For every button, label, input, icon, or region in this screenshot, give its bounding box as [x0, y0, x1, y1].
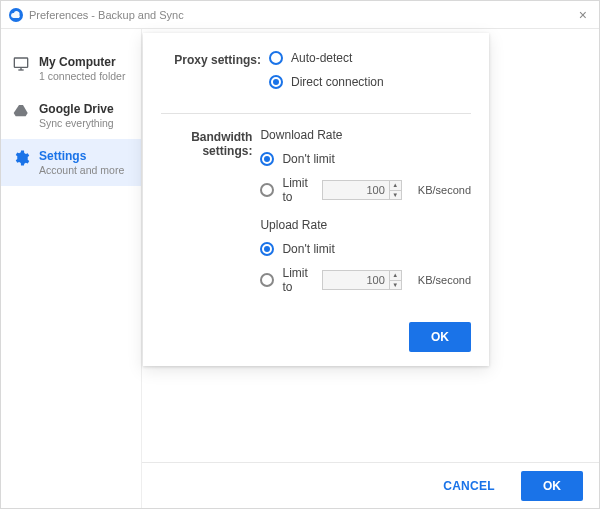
- spin-up-icon[interactable]: ▲: [390, 181, 401, 191]
- ok-button[interactable]: OK: [521, 471, 583, 501]
- bandwidth-section: Bandwidth settings: Download Rate Don't …: [161, 128, 471, 304]
- proxy-label: Proxy settings:: [161, 51, 269, 99]
- radio-icon[interactable]: [260, 152, 274, 166]
- radio-icon[interactable]: [260, 183, 274, 197]
- upload-limit-field[interactable]: [323, 271, 389, 289]
- network-settings-dialog: Proxy settings: Auto-detect Direct conne…: [143, 33, 489, 366]
- proxy-section: Proxy settings: Auto-detect Direct conne…: [161, 51, 471, 99]
- drive-icon: [11, 102, 31, 120]
- radio-icon[interactable]: [260, 242, 274, 256]
- option-label: Limit to: [282, 266, 307, 294]
- monitor-icon: [11, 55, 31, 73]
- divider: [161, 113, 471, 114]
- nav-subtitle: Account and more: [39, 164, 124, 176]
- upload-dont-limit-option[interactable]: Don't limit: [260, 242, 471, 256]
- proxy-auto-option[interactable]: Auto-detect: [269, 51, 471, 65]
- cancel-button[interactable]: CANCEL: [429, 471, 509, 501]
- nav-subtitle: Sync everything: [39, 117, 114, 129]
- main-footer: CANCEL OK: [142, 462, 599, 508]
- sidebar-item-google-drive[interactable]: Google Drive Sync everything: [1, 92, 141, 139]
- unit-label: KB/second: [418, 274, 471, 286]
- download-dont-limit-option[interactable]: Don't limit: [260, 152, 471, 166]
- option-label: Auto-detect: [291, 51, 352, 65]
- titlebar: Preferences - Backup and Sync ×: [1, 1, 599, 29]
- nav-title: My Computer: [39, 55, 125, 69]
- sidebar-item-settings[interactable]: Settings Account and more: [1, 139, 141, 186]
- upload-rate-title: Upload Rate: [260, 218, 471, 232]
- option-label: Don't limit: [282, 242, 334, 256]
- download-limit-option[interactable]: Limit to ▲▼ KB/second: [260, 176, 471, 204]
- body: My Computer 1 connected folder Google Dr…: [1, 29, 599, 508]
- spinner[interactable]: ▲▼: [389, 271, 401, 289]
- spinner[interactable]: ▲▼: [389, 181, 401, 199]
- option-label: Don't limit: [282, 152, 334, 166]
- radio-icon[interactable]: [269, 51, 283, 65]
- gear-icon: [11, 149, 31, 167]
- close-icon[interactable]: ×: [575, 8, 591, 22]
- app-icon: [9, 8, 23, 22]
- upload-limit-input[interactable]: ▲▼: [322, 270, 402, 290]
- nav-subtitle: 1 connected folder: [39, 70, 125, 82]
- download-limit-field[interactable]: [323, 181, 389, 199]
- radio-icon[interactable]: [269, 75, 283, 89]
- sidebar: My Computer 1 connected folder Google Dr…: [1, 29, 141, 508]
- window-title: Preferences - Backup and Sync: [29, 9, 184, 21]
- option-label: Limit to: [282, 176, 307, 204]
- unit-label: KB/second: [418, 184, 471, 196]
- dialog-footer: OK: [161, 322, 471, 352]
- download-rate-title: Download Rate: [260, 128, 471, 142]
- download-limit-input[interactable]: ▲▼: [322, 180, 402, 200]
- bandwidth-label: Bandwidth settings:: [161, 128, 260, 304]
- svg-rect-0: [14, 58, 27, 67]
- nav-title: Settings: [39, 149, 124, 163]
- spin-down-icon[interactable]: ▼: [390, 281, 401, 290]
- option-label: Direct connection: [291, 75, 384, 89]
- spin-up-icon[interactable]: ▲: [390, 271, 401, 281]
- preferences-window: Preferences - Backup and Sync × My Compu…: [0, 0, 600, 509]
- radio-icon[interactable]: [260, 273, 274, 287]
- sidebar-item-my-computer[interactable]: My Computer 1 connected folder: [1, 45, 141, 92]
- proxy-direct-option[interactable]: Direct connection: [269, 75, 471, 89]
- upload-limit-option[interactable]: Limit to ▲▼ KB/second: [260, 266, 471, 294]
- spin-down-icon[interactable]: ▼: [390, 191, 401, 200]
- nav-title: Google Drive: [39, 102, 114, 116]
- dialog-ok-button[interactable]: OK: [409, 322, 471, 352]
